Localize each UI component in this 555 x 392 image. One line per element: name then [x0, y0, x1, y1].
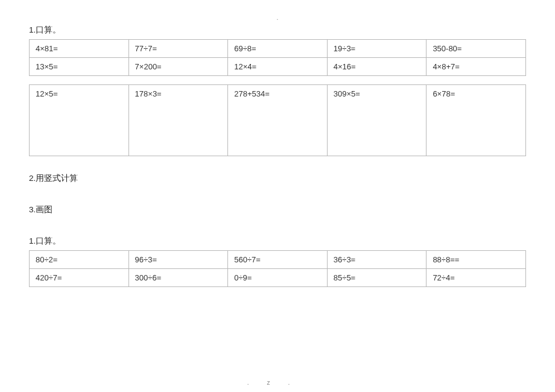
cell: 4×16= [327, 58, 427, 76]
cell: 4×81= [30, 40, 129, 58]
cell: 19÷3= [327, 40, 427, 58]
cell: 560÷7= [228, 251, 328, 269]
cell: 12×4= [228, 58, 328, 76]
cell: 69÷8= [228, 40, 328, 58]
cell: 80÷2= [30, 251, 129, 269]
top-dot: . [29, 14, 526, 21]
table-2: 12×5= 178×3= 278+534= 309×5= 6×78= [29, 84, 526, 156]
cell: 77÷7= [128, 40, 228, 58]
cell: 12×5= [30, 85, 129, 156]
heading-3: 3.画图 [29, 204, 526, 215]
cell: 300÷6= [128, 269, 228, 287]
cell: 72÷4= [427, 269, 526, 287]
table-row: 13×5= 7×200= 12×4= 4×16= 4×8+7= [30, 58, 526, 76]
heading-2: 2.用竖式计算 [29, 173, 526, 184]
heading-4: 1.口算。 [29, 236, 526, 247]
cell: 96÷3= [128, 251, 228, 269]
heading-1: 1.口算。 [29, 25, 526, 36]
cell: 178×3= [128, 85, 228, 156]
footer-text: .z. [0, 379, 555, 386]
cell: 0÷9= [228, 269, 328, 287]
table-row: 80÷2= 96÷3= 560÷7= 36÷3= 88÷8== [30, 251, 526, 269]
cell: 7×200= [128, 58, 228, 76]
table-row: 4×81= 77÷7= 69÷8= 19÷3= 350-80= [30, 40, 526, 58]
cell: 278+534= [228, 85, 328, 156]
cell: 309×5= [327, 85, 427, 156]
table-row: 420÷7= 300÷6= 0÷9= 85÷5= 72÷4= [30, 269, 526, 287]
cell: 4×8+7= [427, 58, 526, 76]
table-1: 4×81= 77÷7= 69÷8= 19÷3= 350-80= 13×5= 7×… [29, 39, 526, 76]
cell: 350-80= [427, 40, 526, 58]
cell: 13×5= [30, 58, 129, 76]
cell: 6×78= [427, 85, 526, 156]
cell: 88÷8== [427, 251, 526, 269]
cell: 85÷5= [327, 269, 427, 287]
cell: 420÷7= [30, 269, 129, 287]
cell: 36÷3= [327, 251, 427, 269]
table-3: 80÷2= 96÷3= 560÷7= 36÷3= 88÷8== 420÷7= 3… [29, 250, 526, 287]
table-row: 12×5= 178×3= 278+534= 309×5= 6×78= [30, 85, 526, 156]
